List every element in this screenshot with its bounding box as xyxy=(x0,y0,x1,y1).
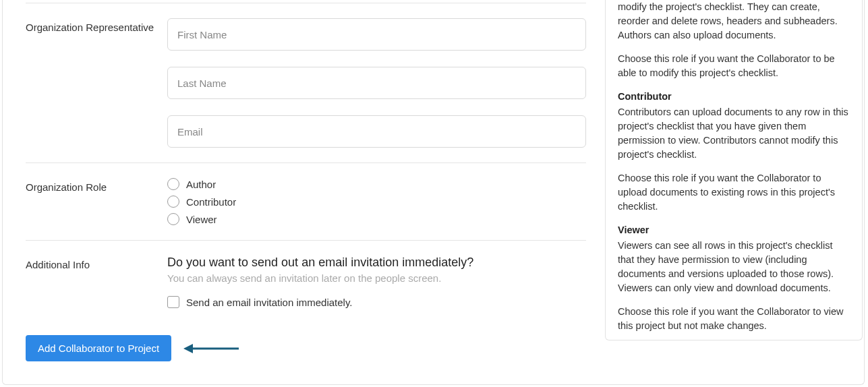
radio-icon xyxy=(167,213,179,225)
radio-icon xyxy=(167,178,179,190)
first-name-input[interactable] xyxy=(167,18,586,51)
form-panel: Organization Representative Organization… xyxy=(5,0,586,380)
additional-content: Do you want to send out an email invitat… xyxy=(167,256,586,308)
svg-marker-1 xyxy=(183,344,193,353)
role-radio-author-label: Author xyxy=(186,179,216,190)
checkbox-icon xyxy=(167,296,179,308)
add-collaborator-button[interactable]: Add Collaborator to Project xyxy=(26,335,171,361)
help-viewer-body: Viewers can see all rows in this project… xyxy=(618,239,850,295)
send-invitation-checkbox[interactable]: Send an email invitation immediately. xyxy=(167,296,586,308)
page-container: Organization Representative Organization… xyxy=(0,0,868,387)
role-radio-viewer[interactable]: Viewer xyxy=(167,213,586,225)
help-contributor-choose: Choose this role if you want the Collabo… xyxy=(618,171,850,214)
role-label: Organization Role xyxy=(26,178,167,225)
representative-label: Organization Representative xyxy=(26,18,167,148)
role-radio-author[interactable]: Author xyxy=(167,178,586,190)
invitation-question: Do you want to send out an email invitat… xyxy=(167,256,586,270)
help-viewer-choose: Choose this role if you want the Collabo… xyxy=(618,305,850,333)
section-divider xyxy=(26,3,586,3)
radio-icon xyxy=(167,196,179,208)
role-radio-contributor-label: Contributor xyxy=(186,196,236,208)
help-contributor-body: Contributors can upload documents to any… xyxy=(618,105,850,162)
section-additional: Additional Info Do you want to send out … xyxy=(26,240,586,323)
role-radio-viewer-label: Viewer xyxy=(186,214,217,225)
send-invitation-checkbox-label: Send an email invitation immediately. xyxy=(186,297,353,308)
section-representative: Organization Representative xyxy=(26,18,586,162)
arrow-left-icon xyxy=(183,343,240,355)
role-options: Author Contributor Viewer xyxy=(167,178,586,225)
help-author-partial: modify the project's checklist. They can… xyxy=(618,0,850,42)
help-contributor-heading: Contributor xyxy=(618,90,850,104)
role-radio-contributor[interactable]: Contributor xyxy=(167,196,586,208)
section-role: Organization Role Author Contributor Vie… xyxy=(26,162,586,240)
submit-row: Add Collaborator to Project xyxy=(26,323,586,361)
additional-label: Additional Info xyxy=(26,256,167,308)
help-viewer-heading: Viewer xyxy=(618,223,850,237)
help-panel: modify the project's checklist. They can… xyxy=(605,0,863,340)
help-author-choose: Choose this role if you want the Collabo… xyxy=(618,52,850,80)
invitation-helper: You can always send an invitation later … xyxy=(167,272,586,284)
last-name-input[interactable] xyxy=(167,67,586,99)
email-input[interactable] xyxy=(167,115,586,148)
representative-fields xyxy=(167,18,586,148)
